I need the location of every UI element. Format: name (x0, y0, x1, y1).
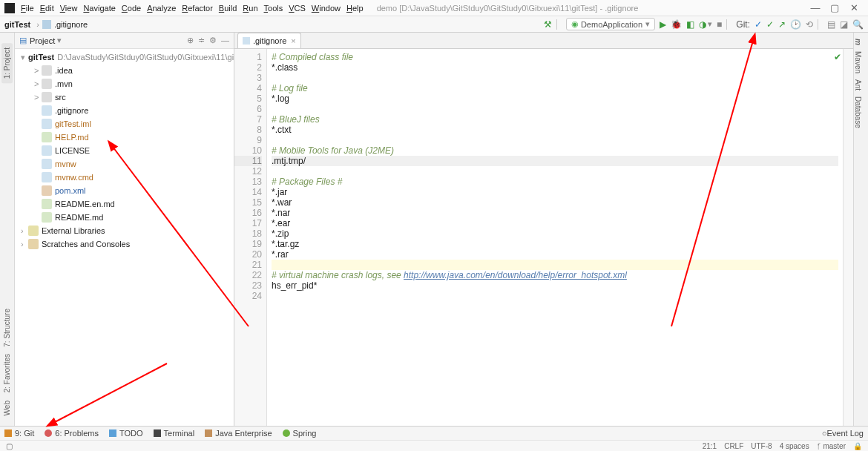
expand-all-icon[interactable]: ≑ (198, 36, 205, 45)
event-log-button[interactable]: ○ Event Log (822, 429, 864, 438)
tree-item-readme-en-md[interactable]: README.en.md (15, 197, 234, 211)
menu-refactor[interactable]: Refactor (182, 4, 213, 13)
menu-view[interactable]: View (60, 4, 78, 13)
menu-code[interactable]: Code (122, 4, 141, 13)
code-line[interactable]: *.rar (272, 249, 838, 260)
profile-button[interactable]: ◑ (699, 19, 706, 30)
inspections-ok-icon[interactable]: ✔ (834, 52, 841, 62)
code-line[interactable]: *.log (272, 93, 838, 104)
line-separator[interactable]: CRLF (724, 442, 743, 450)
run-button[interactable]: ▶ (660, 19, 666, 30)
tool-tab-structure[interactable]: 7: Structure (3, 309, 11, 347)
tree-item-src[interactable]: >src (15, 90, 234, 104)
lock-icon[interactable]: 🔒 (853, 442, 862, 450)
tool-tab-spring[interactable]: Spring (283, 429, 317, 438)
code-line[interactable]: # virtual machine crash logs, see http:/… (272, 270, 838, 280)
menu-analyze[interactable]: Analyze (147, 4, 176, 13)
tool-tab-web[interactable]: Web (3, 401, 11, 415)
debug-button[interactable]: 🐞 (671, 19, 682, 30)
tool-tab-ant[interactable]: Ant (854, 79, 862, 90)
indent-setting[interactable]: 4 spaces (780, 442, 809, 450)
breadcrumb-root[interactable]: gitTest (4, 20, 30, 29)
external-libraries[interactable]: › External Libraries (15, 224, 234, 237)
select-opened-file-icon[interactable]: ⊕ (187, 36, 194, 45)
code-line[interactable] (272, 166, 838, 177)
git-update-button[interactable]: ✓ (754, 19, 762, 30)
tool-tab-problems[interactable]: 6: Problems (45, 429, 99, 438)
settings-icon[interactable]: ⚙ (209, 36, 217, 45)
tool-tab-favorites[interactable]: 2: Favorites (3, 354, 11, 392)
file-encoding[interactable]: UTF-8 (751, 442, 772, 450)
url-link[interactable]: http://www.java.com/en/download/help/err… (404, 270, 627, 280)
code-line[interactable]: # Package Files # (272, 177, 838, 187)
expand-arrow-icon[interactable]: > (34, 79, 42, 88)
code-line[interactable]: *.ctxt (272, 125, 838, 135)
menu-tools[interactable]: Tools (264, 4, 283, 13)
tree-item-pom-xml[interactable]: pom.xml (15, 184, 234, 197)
close-tab-icon[interactable]: × (291, 36, 295, 45)
tool-tab-maven[interactable]: Maven (854, 51, 862, 73)
code-line[interactable]: # Mobile Tools for Java (J2ME) (272, 145, 838, 156)
menu-window[interactable]: Window (312, 4, 341, 13)
menu-run[interactable]: Run (243, 4, 257, 13)
code-line[interactable]: hs_err_pid* (272, 280, 838, 291)
project-view-dropdown[interactable]: ▾ (57, 36, 62, 45)
tree-item--gitignore[interactable]: .gitignore (15, 104, 234, 117)
hide-icon[interactable]: — (221, 36, 229, 45)
git-push-button[interactable]: ↗ (778, 19, 786, 30)
code-line[interactable] (272, 260, 838, 270)
tool-tab-database[interactable]: Database (854, 96, 862, 128)
tree-item-gittest-iml[interactable]: gitTest.iml (15, 117, 234, 131)
menu-build[interactable]: Build (219, 4, 237, 13)
tool-tab-java-ee[interactable]: Java Enterprise (205, 429, 272, 438)
expand-arrow-icon[interactable]: > (34, 93, 42, 102)
tree-item-license[interactable]: LICENSE (15, 144, 234, 157)
build-button[interactable]: ⚒ (544, 19, 552, 30)
menu-vcs[interactable]: VCS (289, 4, 306, 13)
stop-button[interactable]: ■ (717, 19, 722, 30)
code-line[interactable]: *.class (272, 62, 838, 73)
code-line[interactable]: # Log file (272, 83, 838, 93)
menu-edit[interactable]: Edit (40, 4, 54, 13)
tree-item--idea[interactable]: >.idea (15, 64, 234, 77)
git-branch[interactable]: ᚶ master (817, 442, 846, 450)
m-icon[interactable]: m (854, 39, 862, 45)
code-line[interactable] (272, 291, 838, 301)
project-panel-title[interactable]: Project (30, 36, 55, 45)
tree-root[interactable]: ▾ gitTest D:\JavaStudy\GitStduy0\GitStud… (15, 50, 234, 64)
code-line[interactable]: *.jar (272, 187, 838, 197)
breadcrumb-file[interactable]: .gitignore (54, 20, 88, 29)
run-config-dropdown[interactable]: ◉DemoApplication ▾ (566, 18, 655, 30)
search-everywhere-button[interactable]: 🔍 (852, 19, 864, 30)
code-line[interactable] (272, 135, 838, 145)
git-history-button[interactable]: 🕑 (790, 19, 801, 30)
toolbar-more-2[interactable]: ◪ (840, 19, 848, 30)
git-rollback-button[interactable]: ⟲ (806, 19, 813, 30)
tree-item-mvnw[interactable]: mvnw (15, 157, 234, 171)
tree-item--mvn[interactable]: >.mvn (15, 77, 234, 90)
tool-tab-todo[interactable]: TODO (109, 429, 143, 438)
code-editor[interactable]: 123456789101112131415161718192021222324 … (234, 49, 853, 426)
git-commit-button[interactable]: ✓ (766, 19, 774, 30)
code-line[interactable]: *.ear (272, 218, 838, 228)
toolbar-more-1[interactable]: ▤ (827, 19, 835, 30)
editor-tab-gitignore[interactable]: .gitignore × (237, 33, 301, 48)
tool-tab-project[interactable]: 1: Project (1, 43, 13, 83)
menu-file[interactable]: File (21, 4, 34, 13)
minimize-button[interactable]: — (806, 2, 825, 13)
code-line[interactable]: *.war (272, 197, 838, 208)
close-button[interactable]: ✕ (844, 2, 864, 13)
code-line[interactable] (272, 104, 838, 114)
caret-position[interactable]: 21:1 (703, 442, 717, 450)
code-line[interactable]: .mtj.tmp/ (272, 156, 838, 166)
code-content[interactable]: # Compiled class file*.class# Log file*.… (267, 49, 843, 426)
tree-item-help-md[interactable]: HELP.md (15, 131, 234, 144)
menu-help[interactable]: Help (346, 4, 364, 13)
code-line[interactable]: *.nar (272, 208, 838, 218)
maximize-button[interactable]: ▢ (825, 2, 844, 13)
code-line[interactable]: *.tar.gz (272, 239, 838, 249)
tree-item-mvnw-cmd[interactable]: mvnw.cmd (15, 171, 234, 184)
code-line[interactable]: *.zip (272, 228, 838, 239)
scratches-and-consoles[interactable]: › Scratches and Consoles (15, 237, 234, 251)
tool-tab-git[interactable]: 9: Git (4, 429, 34, 438)
